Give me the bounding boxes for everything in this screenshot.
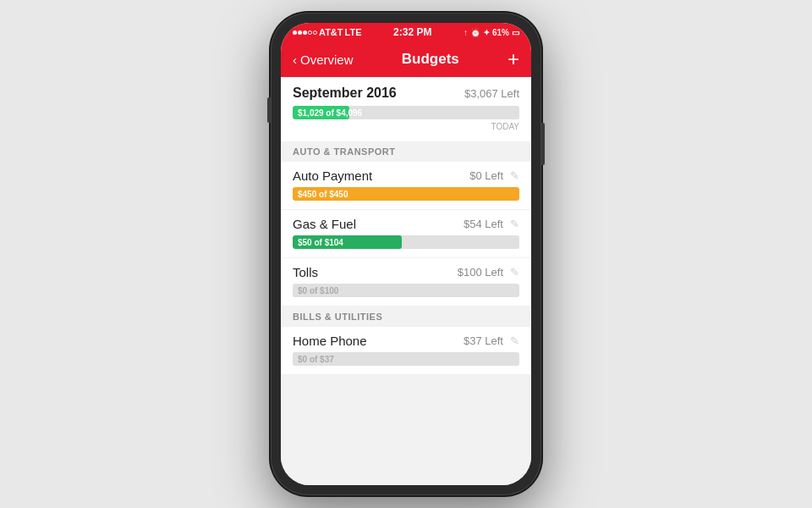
edit-icon[interactable]: ✎ xyxy=(510,169,519,182)
edit-icon[interactable]: ✎ xyxy=(510,266,519,279)
budget-item-right: $54 Left ✎ xyxy=(464,218,519,230)
budget-item-right: $0 Left ✎ xyxy=(469,169,519,182)
signal-dot-4 xyxy=(308,30,312,35)
battery-label: 61% xyxy=(492,28,509,37)
budget-progress-fill: $450 of $450 xyxy=(293,187,519,201)
budget-item-name: Home Phone xyxy=(293,334,367,348)
signal-dot-5 xyxy=(313,30,317,35)
budget-left-amount: $0 Left xyxy=(469,169,503,182)
budget-left-amount: $54 Left xyxy=(464,218,503,230)
budget-item-name: Tolls xyxy=(293,265,318,279)
budget-progress-label-zero: $0 of $100 xyxy=(298,286,338,295)
nav-title: Budgets xyxy=(402,51,459,68)
september-progress-bg: $1,029 of $4,096 xyxy=(293,106,519,119)
budget-item-name: Gas & Fuel xyxy=(293,217,356,231)
september-left: $3,067 Left xyxy=(464,87,519,100)
budget-item: Home Phone $37 Left ✎ $0 of $37 xyxy=(281,327,531,375)
budget-progress-bg: $50 of $104 xyxy=(293,235,519,249)
budget-item: Gas & Fuel $54 Left ✎ $50 of $104 xyxy=(281,210,531,258)
status-bar: AT&T LTE 2:32 PM ↑ ⏰ ✦ 61% ▭ xyxy=(281,23,531,41)
budget-item-right: $100 Left ✎ xyxy=(458,266,519,279)
location-icon: ↑ xyxy=(464,28,468,37)
budget-item-header: Auto Payment $0 Left ✎ xyxy=(293,168,519,183)
budget-progress-bg: $450 of $450 xyxy=(293,187,519,201)
time-label: 2:32 PM xyxy=(393,26,431,38)
network-label: LTE xyxy=(345,27,362,37)
categories-container: AUTO & TRANSPORT Auto Payment $0 Left ✎ … xyxy=(281,141,531,375)
today-label: TODAY xyxy=(293,122,519,131)
status-left: AT&T LTE xyxy=(293,27,361,37)
budget-progress-label-zero: $0 of $37 xyxy=(298,355,334,364)
add-button[interactable]: + xyxy=(508,49,519,69)
category-header: AUTO & TRANSPORT xyxy=(281,141,531,162)
budget-progress-label: $50 of $104 xyxy=(298,238,343,247)
phone-screen: AT&T LTE 2:32 PM ↑ ⏰ ✦ 61% ▭ ‹ Overview … xyxy=(281,23,531,485)
budget-left-amount: $37 Left xyxy=(464,334,503,347)
budget-item-header: Tolls $100 Left ✎ xyxy=(293,265,519,279)
budget-progress-bg: $0 of $100 xyxy=(293,284,519,297)
battery-icon: ▭ xyxy=(512,28,519,37)
back-label: Overview xyxy=(300,52,354,67)
budget-item-header: Home Phone $37 Left ✎ xyxy=(293,334,519,348)
signal-icon xyxy=(293,30,317,35)
september-progress-label: $1,029 of $4,096 xyxy=(298,108,362,118)
carrier-label: AT&T xyxy=(319,27,343,37)
alarm-icon: ⏰ xyxy=(470,28,480,37)
category-header: BILLS & UTILITIES xyxy=(281,306,531,327)
signal-dot-1 xyxy=(293,30,297,35)
signal-dot-3 xyxy=(303,30,307,35)
bluetooth-icon: ✦ xyxy=(483,28,490,37)
september-section: September 2016 $3,067 Left $1,029 of $4,… xyxy=(281,77,531,141)
september-title: September 2016 xyxy=(293,86,397,101)
budget-progress-bg: $0 of $37 xyxy=(293,352,519,366)
edit-icon[interactable]: ✎ xyxy=(510,218,519,230)
phone-device: AT&T LTE 2:32 PM ↑ ⏰ ✦ 61% ▭ ‹ Overview … xyxy=(271,13,541,495)
september-header-row: September 2016 $3,067 Left xyxy=(293,86,519,101)
budget-left-amount: $100 Left xyxy=(458,266,503,279)
back-chevron-icon: ‹ xyxy=(293,52,297,67)
september-progress-fill: $1,029 of $4,096 xyxy=(293,106,349,119)
status-right: ↑ ⏰ ✦ 61% ▭ xyxy=(464,28,519,37)
content-area: September 2016 $3,067 Left $1,029 of $4,… xyxy=(281,77,531,485)
budget-item-name: Auto Payment xyxy=(293,168,372,183)
budget-item-right: $37 Left ✎ xyxy=(464,334,519,347)
nav-bar: ‹ Overview Budgets + xyxy=(281,41,531,77)
signal-dot-2 xyxy=(298,30,302,35)
budget-item: Auto Payment $0 Left ✎ $450 of $450 xyxy=(281,162,531,210)
budget-item-header: Gas & Fuel $54 Left ✎ xyxy=(293,217,519,231)
budget-progress-fill: $50 of $104 xyxy=(293,235,402,249)
budget-item: Tolls $100 Left ✎ $0 of $100 xyxy=(281,258,531,306)
back-button[interactable]: ‹ Overview xyxy=(293,52,354,67)
edit-icon[interactable]: ✎ xyxy=(510,334,519,347)
budget-progress-label: $450 of $450 xyxy=(298,190,348,199)
